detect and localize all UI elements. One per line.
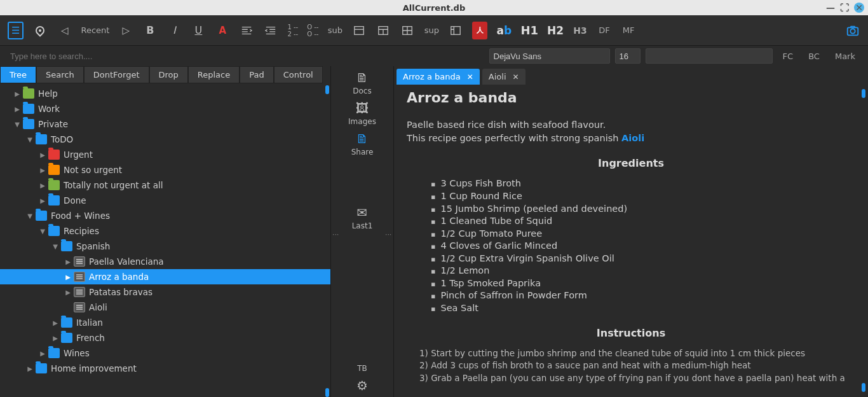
tab-replace[interactable]: Replace: [188, 66, 240, 83]
doc-lead2: This recipe goes perfectly with strong s…: [407, 132, 855, 145]
document-icon: 🗎: [356, 70, 369, 85]
search-input[interactable]: [8, 48, 325, 64]
font-family-input[interactable]: [489, 48, 610, 64]
tree-item-urgent[interactable]: ▶Urgent: [0, 147, 330, 162]
list-item: 3) Grab a Paella pan (you can use any ty…: [419, 372, 855, 384]
indent-left-icon[interactable]: [239, 22, 254, 39]
layout-4-icon[interactable]: [448, 22, 463, 39]
docs-button[interactable]: 🗎 Docs: [353, 70, 371, 95]
list-item: 1 Cleaned Tube of Squid: [431, 215, 855, 228]
tree-item-todo[interactable]: ▼ToDO: [0, 132, 330, 147]
tab-drop[interactable]: Drop: [149, 66, 188, 83]
tree-item-done[interactable]: ▶Done: [0, 193, 330, 208]
back-icon[interactable]: ◁: [57, 22, 72, 39]
tab-dontforget[interactable]: DontForget: [84, 66, 149, 83]
window-titlebar: AllCurrent.db — ⛶ ✕: [0, 0, 868, 15]
tree-item-work[interactable]: ▶Work: [0, 101, 330, 116]
tb-label: TB: [357, 364, 367, 373]
document-icon: [74, 256, 85, 267]
view-tabs: Tree Search DontForget Drop Replace Pad …: [0, 66, 330, 83]
indent-right-icon[interactable]: [263, 22, 278, 39]
minimize-button[interactable]: —: [826, 3, 835, 13]
close-tab-icon[interactable]: ✕: [467, 73, 473, 81]
find-replace-icon[interactable]: ab: [496, 22, 512, 39]
tree-item-arroz[interactable]: ▶Arroz a banda: [0, 269, 330, 284]
layout-1-icon[interactable]: [351, 22, 367, 39]
maximize-button[interactable]: ⛶: [840, 3, 849, 13]
resize-handle-left[interactable]: ⋮: [332, 232, 339, 239]
font-size-input[interactable]: [615, 48, 641, 64]
pdf-icon[interactable]: 人: [472, 22, 487, 39]
tab-tree[interactable]: Tree: [0, 66, 36, 83]
superscript-button[interactable]: sup: [424, 22, 439, 39]
tree-item-totallynot[interactable]: ▶Totally not urgent at all: [0, 178, 330, 193]
images-button[interactable]: 🖼 Images: [348, 101, 376, 126]
heading1-button[interactable]: H1: [520, 22, 538, 39]
share-button[interactable]: 🗎 Share: [351, 131, 374, 157]
mark-button[interactable]: Mark: [830, 52, 860, 61]
tree-item-private[interactable]: ▼Private: [0, 116, 330, 132]
tree-item-patatas[interactable]: ▶Patatas bravas: [0, 284, 330, 300]
svg-point-5: [850, 29, 855, 33]
italic-button[interactable]: I: [166, 22, 182, 39]
bold-button[interactable]: B: [142, 22, 158, 39]
fc-button[interactable]: FC: [778, 52, 799, 61]
tree-item-homeimprovement[interactable]: ▶Home improvement: [0, 361, 330, 376]
df-button[interactable]: DF: [597, 22, 612, 39]
tree-scrollbar[interactable]: [325, 388, 329, 397]
aioli-link[interactable]: Aioli: [621, 133, 644, 143]
underline-button[interactable]: U: [191, 22, 206, 39]
doc-tab-aioli[interactable]: Aioli ✕: [482, 69, 526, 85]
tab-pad[interactable]: Pad: [240, 66, 273, 83]
subscript-button[interactable]: sub: [327, 22, 342, 39]
tree-item-help[interactable]: ▶Help: [0, 86, 330, 101]
tree-item-foodwines[interactable]: ▼Food + Wines: [0, 208, 330, 223]
layout-3-icon[interactable]: [400, 22, 415, 39]
close-tab-icon[interactable]: ✕: [513, 73, 519, 81]
numbered-list-button[interactable]: 1 --2 --: [287, 24, 298, 38]
svg-rect-0: [355, 26, 363, 34]
heading2-button[interactable]: H2: [547, 22, 564, 39]
list-item: Pinch of Saffron in Powder Form: [431, 289, 855, 302]
style-input[interactable]: [646, 48, 773, 64]
tab-search[interactable]: Search: [36, 66, 84, 83]
document-icon: [74, 287, 85, 297]
text-color-button[interactable]: A: [215, 22, 230, 39]
tab-control[interactable]: Control: [274, 66, 323, 83]
menu-icon[interactable]: ☰: [8, 22, 24, 39]
doc-lead1: Paelle based rice dish with seafood flav…: [407, 119, 855, 132]
mf-button[interactable]: MF: [621, 22, 636, 39]
bc-button[interactable]: BC: [803, 52, 825, 61]
tree-item-recipies[interactable]: ▼Recipies: [0, 223, 330, 239]
tree-item-notsourgent[interactable]: ▶Not so urgent: [0, 162, 330, 178]
recent-button[interactable]: Recent: [81, 22, 109, 39]
layout-2-icon[interactable]: [376, 22, 391, 39]
forward-icon[interactable]: ▷: [118, 22, 133, 39]
bullet-list-button[interactable]: O --O --: [307, 24, 318, 38]
tree-item-italian[interactable]: ▶Italian: [0, 315, 330, 330]
settings-button[interactable]: ⚙: [356, 378, 368, 393]
last1-button[interactable]: ✉ Last1: [352, 205, 373, 230]
camera-icon[interactable]: [845, 22, 860, 39]
content-scrollbar[interactable]: [862, 89, 865, 98]
side-panel: 🗎 Docs 🖼 Images 🗎 Share ⋮ ⋮ ✉ Last1 TB ⚙: [330, 66, 394, 397]
resize-handle-right[interactable]: ⋮: [385, 232, 392, 239]
list-item: 2) Add 3 cups of fish broth to a sauce p…: [419, 359, 855, 371]
tree-item-aioli[interactable]: Aioli: [0, 300, 330, 315]
location-icon[interactable]: [32, 22, 48, 39]
tree-item-paella[interactable]: ▶Paella Valenciana: [0, 254, 330, 269]
document-body[interactable]: Arroz a banda Paelle based rice dish wit…: [394, 85, 868, 397]
tree-scrollbar[interactable]: [325, 85, 329, 94]
list-item: 1) Start by cutting the jumbo shrimp and…: [419, 347, 855, 359]
list-item: 1/2 Lemon: [431, 265, 855, 277]
heading3-button[interactable]: H3: [573, 22, 588, 39]
doc-title: Arroz a banda: [407, 88, 855, 108]
doc-tab-arroz[interactable]: Arroz a banda ✕: [397, 69, 480, 85]
ingredients-list: 3 Cups Fish Broth 1 Cup Round Rice 15 Ju…: [407, 178, 855, 314]
tree-item-spanish[interactable]: ▼Spanish: [0, 239, 330, 254]
tree-item-wines[interactable]: ▶Wines: [0, 345, 330, 361]
tree-item-french[interactable]: ▶French: [0, 330, 330, 345]
list-item: 1/2 Cup Tomato Puree: [431, 228, 855, 240]
content-scrollbar[interactable]: [862, 383, 865, 392]
close-button[interactable]: ✕: [854, 3, 864, 13]
